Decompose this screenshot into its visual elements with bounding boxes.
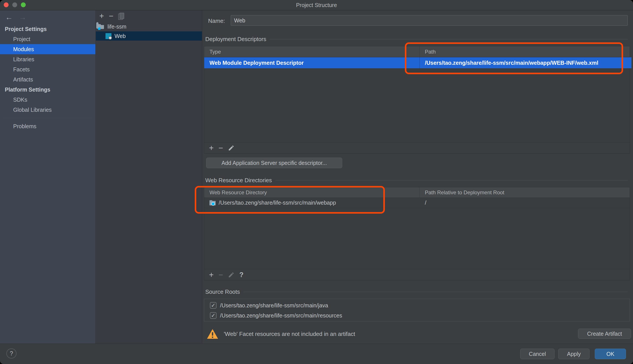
forward-arrow-icon: → [19, 13, 26, 22]
sidebar-item-sdks[interactable]: SDKs [0, 94, 95, 105]
tree-item-label: Web [115, 33, 126, 39]
sidebar-item-problems[interactable]: Problems [0, 121, 95, 131]
project-structure-dialog: Project Structure ← → Project Settings P… [0, 0, 633, 364]
add-app-server-descriptor-button[interactable]: Add Application Server specific descript… [206, 158, 342, 168]
column-header-type[interactable]: Type [204, 46, 419, 57]
source-root-path: /Users/tao.zeng/share/life-ssm/src/main/… [220, 302, 328, 309]
column-header-directory[interactable]: Web Resource Directory [204, 187, 419, 198]
create-artifact-button[interactable]: Create Artifact [578, 329, 631, 339]
web-resource-table-toolbar: + − ? [204, 269, 630, 280]
table-empty-area [204, 208, 630, 269]
deployment-descriptors-section: Deployment Descriptors [205, 35, 628, 43]
module-tree-panel: + − life-ssm Web [96, 10, 202, 344]
back-arrow-icon[interactable]: ← [5, 13, 13, 22]
remove-directory-icon: − [219, 271, 223, 279]
tree-item-web-facet[interactable]: Web [96, 32, 202, 40]
table-row[interactable]: /Users/tao.zeng/share/life-ssm/src/main/… [204, 198, 630, 208]
help-icon[interactable]: ? [239, 271, 244, 279]
scrollbar-thumb[interactable] [96, 22, 98, 29]
sidebar-item-facets[interactable]: Facets [0, 64, 95, 74]
web-facet-icon [106, 33, 111, 39]
copy-module-icon [118, 13, 124, 19]
sidebar-item-libraries[interactable]: Libraries [0, 54, 95, 64]
warning-icon [206, 329, 219, 339]
table-header: Web Resource Directory Path Relative to … [204, 187, 630, 198]
dialog-footer: ? Cancel Apply OK [0, 344, 633, 364]
sidebar-item-artifacts[interactable]: Artifacts [0, 74, 95, 84]
cancel-button[interactable]: Cancel [520, 349, 555, 359]
table-empty-area [204, 68, 630, 142]
table-header: Type Path [204, 46, 630, 57]
web-resource-directories-section: Web Resource Directories [205, 176, 628, 184]
checkbox-checked[interactable]: ✓ [210, 312, 217, 319]
checkbox-checked[interactable]: ✓ [210, 302, 217, 309]
remove-module-icon[interactable]: − [109, 12, 113, 20]
edit-descriptor-icon[interactable] [228, 145, 235, 151]
sidebar-section-project-settings: Project Settings [0, 24, 95, 34]
sidebar-section-platform-settings: Platform Settings [0, 84, 95, 94]
column-header-relative-path[interactable]: Path Relative to Deployment Root [419, 187, 630, 198]
column-header-path[interactable]: Path [419, 46, 630, 57]
remove-descriptor-icon[interactable]: − [219, 144, 223, 152]
apply-button[interactable]: Apply [558, 349, 589, 359]
sidebar-item-global-libraries[interactable]: Global Libraries [0, 105, 95, 115]
title-bar: Project Structure [0, 0, 633, 10]
add-descriptor-icon[interactable]: + [209, 144, 214, 152]
add-directory-icon[interactable]: + [209, 271, 214, 279]
sidebar-item-project[interactable]: Project [0, 34, 95, 44]
settings-sidebar: ← → Project Settings Project Modules Lib… [0, 10, 96, 344]
edit-directory-icon [228, 272, 235, 278]
help-button[interactable]: ? [6, 348, 17, 358]
source-roots-box: ✓ /Users/tao.zeng/share/life-ssm/src/mai… [204, 299, 630, 322]
web-folder-icon [209, 200, 216, 206]
module-tree-toolbar: + − [96, 10, 202, 22]
sidebar-item-modules[interactable]: Modules [0, 44, 95, 54]
table-row[interactable]: Web Module Deployment Descriptor /Users/… [204, 57, 631, 68]
warning-text: 'Web' Facet resources are not included i… [224, 331, 355, 338]
source-root-row: ✓ /Users/tao.zeng/share/life-ssm/src/mai… [210, 300, 630, 310]
source-root-row: ✓ /Users/tao.zeng/share/life-ssm/src/mai… [210, 310, 630, 320]
facet-name-input[interactable] [231, 15, 628, 26]
name-label: Name: [208, 10, 225, 32]
window-title: Project Structure [0, 0, 633, 10]
add-module-icon[interactable]: + [99, 12, 104, 20]
source-roots-section: Source Roots [205, 288, 628, 296]
deployment-table-toolbar: + − [204, 142, 630, 153]
web-resource-directories-table: Web Resource Directory Path Relative to … [204, 187, 630, 280]
source-root-path: /Users/tao.zeng/share/life-ssm/src/main/… [220, 312, 342, 319]
deployment-descriptors-table: Type Path Web Module Deployment Descript… [204, 46, 630, 154]
facet-editor-panel: Name: Deployment Descriptors Type Path W… [202, 10, 633, 344]
facet-warning-row: 'Web' Facet resources are not included i… [206, 329, 355, 339]
tree-item-module[interactable]: life-ssm [96, 22, 202, 32]
ok-button[interactable]: OK [595, 349, 626, 359]
tree-item-label: life-ssm [107, 24, 126, 30]
module-icon [98, 24, 104, 29]
